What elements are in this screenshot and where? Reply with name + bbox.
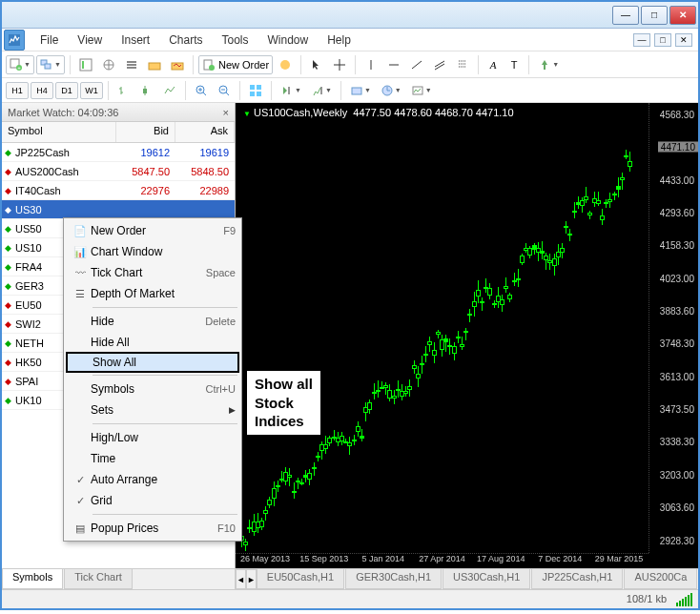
indicators-button[interactable]: ▼ [346,81,375,100]
window-minimize-button[interactable]: — [612,6,639,25]
window-close-button[interactable]: ✕ [669,6,696,25]
line-chart-button[interactable] [159,81,180,100]
chart-tab[interactable]: GER30Cash,H1 [345,569,442,589]
data-window-button[interactable] [121,55,142,74]
context-menu-item[interactable]: 〰Tick ChartSpace [66,262,239,283]
tab-scroll-left[interactable]: ◄ [236,569,246,589]
new-order-button[interactable]: New Order [198,55,273,74]
col-symbol[interactable]: Symbol [2,122,116,142]
context-menu-item[interactable]: ☰Depth Of Market [66,283,239,304]
svg-rect-41 [250,85,255,90]
context-menu-item[interactable]: Sets▶ [66,399,239,420]
mdi-close-button[interactable]: ✕ [675,33,692,47]
status-bar: 108/1 kb [2,589,698,608]
ask-price: 22989 [175,185,235,196]
market-watch-close-icon[interactable]: × [223,107,229,118]
context-menu-item[interactable]: ✓Grid [66,490,239,511]
market-watch-title: Market Watch: 04:09:36 × [2,103,235,122]
submenu-arrow-icon: ▶ [229,405,236,415]
chart-shift-button[interactable]: ▼ [307,81,336,100]
context-menu-item[interactable]: HideDelete [66,311,239,332]
timeframe-w1[interactable]: W1 [80,82,103,99]
market-watch-row[interactable]: ◆IT40Cash2297622989 [2,181,235,200]
window-maximize-button[interactable]: □ [641,6,668,25]
price-tick: 3063.60 [660,502,694,513]
metaquotes-button[interactable] [275,55,296,74]
svg-line-25 [435,64,444,70]
cursor-button[interactable] [306,55,327,74]
horizontal-line-button[interactable] [383,55,404,74]
context-menu-item[interactable]: Show All [66,352,239,373]
fibonacci-button[interactable] [452,55,473,74]
chart-tab[interactable]: EU50Cash,H1 [257,569,344,589]
periodicity-button[interactable]: ▼ [377,81,405,100]
terminal-button[interactable] [144,55,165,74]
svg-text:+: + [17,65,21,71]
mdi-restore-button[interactable]: □ [654,33,671,47]
menu-item-shortcut: F10 [217,522,236,534]
candle-chart-button[interactable] [136,81,157,100]
price-tick: 3203.00 [660,469,694,480]
menu-item-label: Hide All [91,336,236,349]
zoom-out-button[interactable] [214,81,235,100]
market-watch-header: Symbol Bid Ask [2,122,235,143]
menu-insert[interactable]: Insert [112,31,159,49]
context-menu-item[interactable]: High/Low [66,427,239,448]
menu-help[interactable]: Help [318,31,360,49]
chart-tab[interactable]: JP225Cash,H1 [531,569,623,589]
col-bid[interactable]: Bid [116,122,175,142]
chart-tab[interactable]: US30Cash,H1 [443,569,530,589]
ask-price: 19619 [175,147,235,158]
timeframe-d1[interactable]: D1 [55,82,78,99]
menu-item-label: Tick Chart [91,266,206,279]
arrows-button[interactable]: ▼ [534,55,563,74]
strategy-tester-button[interactable] [167,55,188,74]
autoscroll-button[interactable]: ▼ [277,81,305,100]
crosshair-button[interactable] [329,55,350,74]
timeframe-h1[interactable]: H1 [6,82,29,99]
menu-window[interactable]: Window [258,31,319,49]
context-menu-item[interactable]: ▤Popup PricesF10 [66,518,239,539]
context-menu-item[interactable]: 📊Chart Window [66,241,239,262]
menu-charts[interactable]: Charts [159,31,212,49]
context-menu-item[interactable]: Time [66,448,239,469]
time-tick: 17 Aug 2014 [471,554,530,568]
vertical-line-button[interactable] [360,55,381,74]
templates-button[interactable]: ▼ [407,81,436,100]
price-tick: 3748.30 [660,338,694,349]
menu-item-label: High/Low [91,431,236,444]
context-menu-item[interactable]: 📄New OrderF9 [66,220,239,241]
navigator-button[interactable] [98,55,119,74]
menu-item-label: Chart Window [91,245,236,258]
menu-view[interactable]: View [68,31,112,49]
market-watch-row[interactable]: ◆JP225Cash1961219619 [2,143,235,162]
context-menu-item[interactable]: ✓Auto Arrange [66,469,239,490]
timeframe-h4[interactable]: H4 [31,82,53,99]
menu-file[interactable]: File [31,31,68,49]
market-watch-button[interactable] [75,55,96,74]
chart-tab[interactable]: AUS200Ca [624,569,697,589]
bid-price: 19612 [116,147,175,158]
text-label-button[interactable]: T [504,55,524,74]
tab-symbols[interactable]: Symbols [2,569,63,589]
bar-chart-button[interactable] [113,81,134,100]
tab-tick-chart[interactable]: Tick Chart [64,569,133,589]
tab-scroll-right[interactable]: ► [246,569,257,589]
zoom-in-button[interactable] [191,81,212,100]
svg-rect-33 [143,89,147,93]
menu-tools[interactable]: Tools [213,31,258,49]
new-chart-button[interactable]: +▼ [6,55,34,74]
trendline-button[interactable] [406,55,427,74]
mdi-minimize-button[interactable]: — [633,33,650,47]
text-button[interactable]: A [484,55,503,74]
tile-windows-button[interactable] [245,81,266,100]
col-ask[interactable]: Ask [175,122,235,142]
context-menu-item[interactable]: SymbolsCtrl+U [66,379,239,399]
market-watch-row[interactable]: ◆AUS200Cash5847.505848.50 [2,162,235,181]
status-kb: 108/1 kb [627,593,667,606]
context-menu-item[interactable]: Hide All [66,332,239,353]
chart-area[interactable]: ▼ US100Cash,Weekly 4477.50 4478.60 4468.… [236,103,698,568]
profiles-button[interactable]: ▼ [36,55,65,74]
channel-button[interactable] [429,55,450,74]
market-watch-row[interactable]: ◆US30 [2,200,235,219]
